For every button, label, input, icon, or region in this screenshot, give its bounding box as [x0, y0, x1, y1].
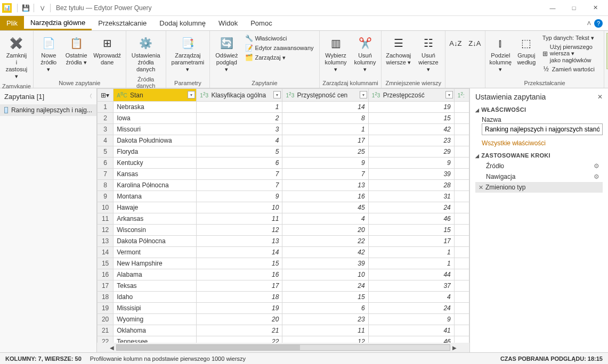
- filter-icon[interactable]: ▾: [188, 91, 195, 98]
- cell-stan[interactable]: Iowa: [114, 113, 197, 124]
- cell-przystepnosc[interactable]: 22: [282, 236, 368, 247]
- close-window-button[interactable]: ✕: [585, 1, 606, 15]
- cell-przestepczosc[interactable]: 9: [368, 158, 454, 169]
- cell-klasyfikacja[interactable]: 2: [197, 113, 282, 124]
- table-row[interactable]: 12 Wisconsin 12 20 15: [98, 225, 469, 236]
- cell-stan[interactable]: Kentucky: [114, 158, 197, 169]
- cell-przestepczosc[interactable]: 1: [368, 258, 454, 269]
- horizontal-scrollbar[interactable]: ◀ ▶: [97, 343, 469, 352]
- group-by-button[interactable]: ⬚Grupuj według: [515, 33, 538, 68]
- cell-przestepczosc[interactable]: 44: [368, 269, 454, 280]
- rownum-header[interactable]: ⊞▾: [98, 89, 114, 102]
- query-item[interactable]: Ranking najlepszych i najg...: [0, 104, 96, 116]
- cell-przystepnosc[interactable]: 8: [282, 113, 368, 124]
- table-row[interactable]: 9 Montana 9 16 31: [98, 191, 469, 202]
- gear-icon[interactable]: ⚙: [594, 173, 599, 180]
- cell-przystepnosc[interactable]: 23: [282, 314, 368, 325]
- cell-klasyfikacja[interactable]: 13: [197, 236, 282, 247]
- cell-przystepnosc[interactable]: 6: [282, 303, 368, 314]
- cell-klasyfikacja[interactable]: 5: [197, 146, 282, 158]
- cell-stan[interactable]: Wyoming: [114, 314, 197, 325]
- properties-section[interactable]: ◢WŁAŚCIWOŚCI: [475, 106, 603, 113]
- cell-przystepnosc[interactable]: 20: [282, 225, 368, 236]
- cell-stan[interactable]: Idaho: [114, 292, 197, 303]
- cell-stan[interactable]: Karolina Północna: [114, 180, 197, 191]
- cell-przystepnosc[interactable]: 14: [282, 102, 368, 113]
- cell-stan[interactable]: Missouri: [114, 124, 197, 135]
- col-next-header[interactable]: 12:: [454, 89, 469, 102]
- cell-next[interactable]: [454, 325, 469, 336]
- minimize-button[interactable]: —: [542, 1, 563, 15]
- table-row[interactable]: 2 Iowa 2 8 15: [98, 113, 469, 124]
- cell-next[interactable]: [454, 124, 469, 135]
- cell-klasyfikacja[interactable]: 11: [197, 213, 282, 225]
- cell-przystepnosc[interactable]: 16: [282, 191, 368, 202]
- cell-next[interactable]: [454, 113, 469, 124]
- cell-przystepnosc[interactable]: 13: [282, 180, 368, 191]
- cell-stan[interactable]: Wisconsin: [114, 225, 197, 236]
- sort-desc-button[interactable]: Z↓A: [466, 33, 484, 54]
- cell-przystepnosc[interactable]: 11: [282, 325, 368, 336]
- cell-przestepczosc[interactable]: 28: [368, 180, 454, 191]
- cell-next[interactable]: [454, 180, 469, 191]
- cell-przestepczosc[interactable]: 9: [368, 314, 454, 325]
- cell-przystepnosc[interactable]: 4: [282, 213, 368, 225]
- cell-przystepnosc[interactable]: 12: [282, 336, 368, 343]
- cell-next[interactable]: [454, 169, 469, 180]
- table-row[interactable]: 8 Karolina Północna 7 13 28: [98, 180, 469, 191]
- tab-view[interactable]: Widok: [212, 16, 244, 30]
- table-row[interactable]: 7 Kansas 7 7 39: [98, 169, 469, 180]
- applied-step[interactable]: ✕Zmieniono typ: [475, 182, 603, 193]
- scroll-left-icon[interactable]: ◀: [108, 345, 116, 351]
- cell-next[interactable]: [454, 258, 469, 269]
- table-row[interactable]: 6 Kentucky 6 9 9: [98, 158, 469, 169]
- cell-stan[interactable]: Alabama: [114, 269, 197, 280]
- advanced-editor-button[interactable]: 📝Edytor zaawansowany: [243, 44, 315, 52]
- tab-help[interactable]: Pomoc: [244, 16, 278, 30]
- close-settings-icon[interactable]: ✕: [597, 93, 603, 101]
- cell-next[interactable]: [454, 292, 469, 303]
- cell-stan[interactable]: Teksas: [114, 280, 197, 292]
- cell-stan[interactable]: Missisipi: [114, 303, 197, 314]
- cell-klasyfikacja[interactable]: 19: [197, 303, 282, 314]
- cell-next[interactable]: [454, 135, 469, 146]
- cell-klasyfikacja[interactable]: 9: [197, 191, 282, 202]
- properties-button[interactable]: 🔧Właściwości: [243, 34, 315, 43]
- table-row[interactable]: 18 Idaho 18 15 4: [98, 292, 469, 303]
- cell-next[interactable]: [454, 158, 469, 169]
- collapse-queries-icon[interactable]: 〈: [87, 93, 92, 100]
- cell-przestepczosc[interactable]: 23: [368, 135, 454, 146]
- cell-klasyfikacja[interactable]: 3: [197, 124, 282, 135]
- cell-stan[interactable]: Oklahoma: [114, 325, 197, 336]
- cell-next[interactable]: [454, 102, 469, 113]
- cell-stan[interactable]: Montana: [114, 191, 197, 202]
- table-row[interactable]: 14 Vermont 14 42 1: [98, 247, 469, 258]
- table-row[interactable]: 1 Nebraska 1 14 19: [98, 102, 469, 113]
- table-row[interactable]: 11 Arkansas 11 4 46: [98, 213, 469, 225]
- cell-next[interactable]: [454, 314, 469, 325]
- tab-file[interactable]: Plik: [0, 16, 24, 30]
- cell-stan[interactable]: Nebraska: [114, 102, 197, 113]
- col-przestepczosc-header[interactable]: 123 Przestępczość▾: [368, 89, 454, 102]
- recent-sources-button[interactable]: 📋Ostatnie źródła ▾: [63, 33, 90, 68]
- cell-przestepczosc[interactable]: 46: [368, 213, 454, 225]
- qa-dropdown-icon[interactable]: ⋁: [36, 2, 48, 14]
- remove-columns-button[interactable]: ✂️Usuń kolumny ▾: [351, 33, 379, 75]
- cell-next[interactable]: [454, 213, 469, 225]
- queries-header[interactable]: Zapytania [1] 〈: [0, 88, 96, 104]
- save-icon[interactable]: 💾: [20, 2, 31, 14]
- cell-klasyfikacja[interactable]: 14: [197, 247, 282, 258]
- cell-klasyfikacja[interactable]: 16: [197, 269, 282, 280]
- cell-klasyfikacja[interactable]: 20: [197, 314, 282, 325]
- table-row[interactable]: 13 Dakota Północna 13 22 17: [98, 236, 469, 247]
- applied-step[interactable]: Nawigacja⚙: [475, 171, 603, 182]
- cell-klasyfikacja[interactable]: 22: [197, 336, 282, 343]
- col-przystepnosc-header[interactable]: 123 Przystępność cen▾: [282, 89, 368, 102]
- table-row[interactable]: 21 Oklahoma 21 11 41: [98, 325, 469, 336]
- table-row[interactable]: 16 Alabama 16 10 44: [98, 269, 469, 280]
- cell-przestepczosc[interactable]: 41: [368, 325, 454, 336]
- cell-przestepczosc[interactable]: 24: [368, 202, 454, 213]
- cell-next[interactable]: [454, 225, 469, 236]
- table-row[interactable]: 3 Missouri 3 1 42: [98, 124, 469, 135]
- data-source-settings-button[interactable]: ⚙️Ustawienia źródła danych: [128, 33, 164, 75]
